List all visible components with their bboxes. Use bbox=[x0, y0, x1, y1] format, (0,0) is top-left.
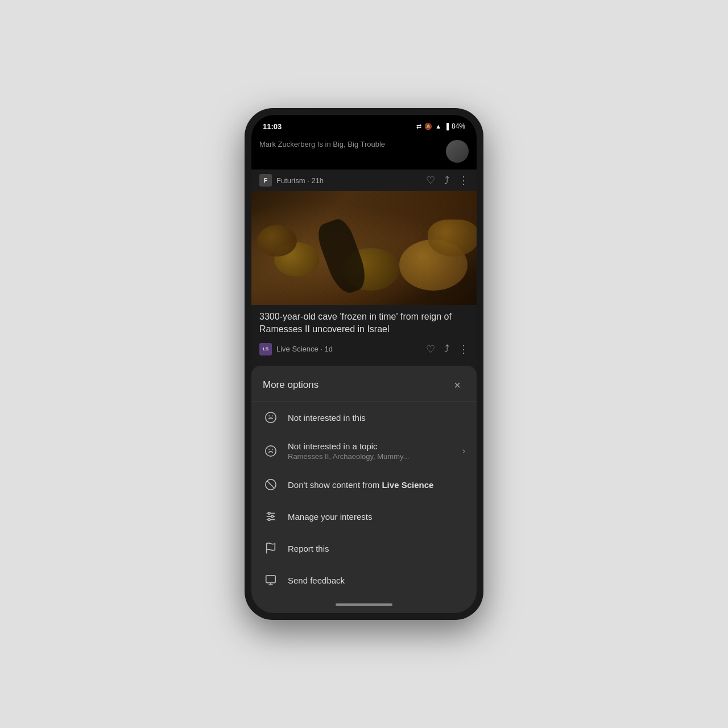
phone-frame: 11:03 ⇄ 🔕 ▲ ▐ 84% Mark Zuckerberg Is in … bbox=[245, 108, 483, 620]
svg-point-0 bbox=[266, 412, 276, 423]
menu-item-report[interactable]: Report this bbox=[251, 532, 477, 564]
top-article-title: Mark Zuckerberg Is in Big, Big Trouble bbox=[259, 140, 440, 148]
like-button-2[interactable]: ♡ bbox=[426, 343, 435, 355]
close-button[interactable]: × bbox=[449, 377, 465, 393]
more-options-button-2[interactable]: ⋮ bbox=[458, 343, 469, 355]
signal-icon: ▐ bbox=[444, 123, 449, 130]
bottom-sheet: More options × Not interested i bbox=[251, 366, 477, 613]
svg-point-11 bbox=[268, 512, 270, 515]
block-icon bbox=[263, 477, 279, 493]
avatar bbox=[446, 140, 469, 163]
svg-rect-15 bbox=[266, 576, 276, 583]
not-interested-topic-icon bbox=[263, 443, 279, 459]
not-interested-icon bbox=[263, 410, 279, 425]
flag-icon bbox=[263, 540, 279, 556]
status-time: 11:03 bbox=[263, 122, 282, 131]
battery-text: 84% bbox=[452, 122, 465, 130]
share-button[interactable]: ⤴ bbox=[444, 175, 449, 187]
status-bar: 11:03 ⇄ 🔕 ▲ ▐ 84% bbox=[251, 115, 477, 135]
svg-point-3 bbox=[266, 446, 276, 456]
livescience-article-header: LS Live Science · 1d ♡ ⤴ ⋮ bbox=[251, 341, 477, 361]
like-button[interactable]: ♡ bbox=[426, 174, 435, 187]
share-button-2[interactable]: ⤴ bbox=[444, 343, 449, 355]
feedback-icon bbox=[263, 572, 279, 588]
svg-point-13 bbox=[268, 519, 270, 521]
wifi-icon: ▲ bbox=[435, 123, 441, 130]
menu-item-not-interested[interactable]: Not interested in this bbox=[251, 402, 477, 433]
not-interested-topic-label: Not interested in a topic bbox=[288, 441, 462, 451]
bottom-sheet-title: More options bbox=[263, 379, 318, 391]
svg-point-12 bbox=[271, 515, 274, 518]
article-title: 3300-year-old cave 'frozen in time' from… bbox=[251, 305, 477, 341]
chevron-right-icon: › bbox=[462, 446, 465, 456]
feedback-label: Send feedback bbox=[288, 576, 465, 585]
livescience-source-name: Live Science · 1d bbox=[276, 345, 333, 353]
menu-item-not-interested-topic[interactable]: Not interested in a topic Ramesses II, A… bbox=[251, 433, 477, 469]
more-options-button[interactable]: ⋮ bbox=[458, 174, 469, 187]
article-image bbox=[251, 191, 477, 305]
mute-icon: 🔕 bbox=[424, 123, 432, 130]
not-interested-topic-sublabel: Ramesses II, Archaeology, Mummy... bbox=[288, 452, 462, 461]
futurism-article-header: F Futurism · 21h ♡ ⤴ ⋮ bbox=[251, 169, 477, 191]
sliders-icon bbox=[263, 508, 279, 524]
menu-item-feedback[interactable]: Send feedback bbox=[251, 564, 477, 596]
svg-line-7 bbox=[267, 481, 274, 488]
livescience-source-icon: LS bbox=[259, 343, 272, 355]
menu-item-manage-interests[interactable]: Manage your interests bbox=[251, 500, 477, 532]
sync-icon: ⇄ bbox=[416, 123, 421, 130]
futurism-source-icon: F bbox=[259, 174, 272, 187]
menu-item-dont-show[interactable]: Don't show content from Live Science bbox=[251, 469, 477, 500]
futurism-source-name: Futurism · 21h bbox=[276, 176, 324, 185]
bottom-sheet-header: More options × bbox=[251, 366, 477, 402]
top-article-partial: Mark Zuckerberg Is in Big, Big Trouble bbox=[251, 135, 477, 169]
home-indicator bbox=[336, 603, 392, 606]
not-interested-label: Not interested in this bbox=[288, 413, 465, 423]
report-label: Report this bbox=[288, 544, 465, 553]
phone-screen: 11:03 ⇄ 🔕 ▲ ▐ 84% Mark Zuckerberg Is in … bbox=[251, 115, 477, 613]
manage-interests-label: Manage your interests bbox=[288, 512, 465, 522]
status-icons: ⇄ 🔕 ▲ ▐ 84% bbox=[416, 122, 465, 130]
dont-show-label: Don't show content from Live Science bbox=[288, 480, 465, 490]
bottom-nav-bar bbox=[251, 596, 477, 613]
content-area: Mark Zuckerberg Is in Big, Big Trouble F… bbox=[251, 135, 477, 613]
